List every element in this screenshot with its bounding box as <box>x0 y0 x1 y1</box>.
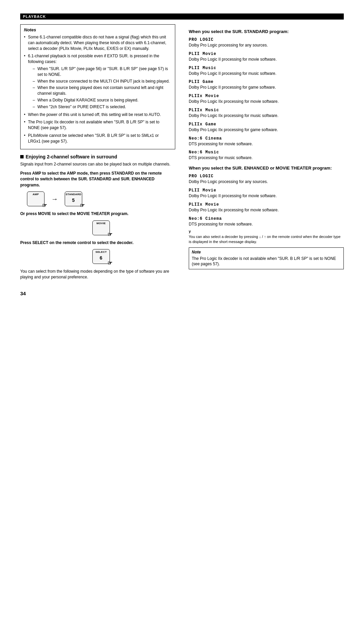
amp-button-diagram: AMP ☞ <box>27 191 44 206</box>
standard-programs-list: PRO LOGIC Dolby Pro Logic processing for… <box>189 37 344 161</box>
program-item-6: PLIIx Game Dolby Pro Logic IIx processin… <box>189 122 344 133</box>
movie-hand-icon: ☞ <box>108 231 113 238</box>
instruction-1: Press AMP to select the AMP mode, then p… <box>20 171 175 188</box>
square-bullet-icon <box>20 155 24 158</box>
eprogram-name-3: Neo:6 Cinema <box>189 216 344 221</box>
program-desc-7: DTS processing for movie software. <box>189 141 344 147</box>
program-name-3: PLII Game <box>189 80 344 84</box>
note-small-text: The Pro Logic IIx decoder is not availab… <box>192 256 341 267</box>
program-desc-1: Dolby Pro Logic II processing for movie … <box>189 57 344 62</box>
page-header: PLAYBACK <box>20 13 344 20</box>
instruction-2: Or press MOVIE to select the MOVIE THEAT… <box>20 211 175 217</box>
amp-btn-label: AMP <box>33 193 39 196</box>
section2-title: When you select the SUR. ENHANCED or MOV… <box>189 166 344 171</box>
notes-box: Notes Some 6.1-channel compatible discs … <box>20 24 175 149</box>
main-content: Notes Some 6.1-channel compatible discs … <box>20 24 344 296</box>
select-btn-label: SELECT <box>95 250 107 253</box>
sub-item-5: When "2ch Stereo" or PURE DIRECT is sele… <box>33 104 172 110</box>
select-button-diagram: SELECT 6 ☞ <box>27 249 175 264</box>
program-desc-0: Dolby Pro Logic processing for any sourc… <box>189 42 344 48</box>
movie-btn-label: MOVIE <box>96 222 105 225</box>
arrow-icon: → <box>51 195 58 203</box>
amp-btn-shape: AMP ☞ <box>27 191 44 206</box>
note-item-1: Some 6.1-channel compatible discs do not… <box>24 34 172 51</box>
eprogram-item-0: PRO LOGIC Dolby Pro Logic processing for… <box>189 174 344 185</box>
program-item-4: PLIIx Movie Dolby Pro Logic IIx processi… <box>189 94 344 104</box>
program-item-8: Neo:6 Music DTS processing for music sof… <box>189 150 344 161</box>
eprogram-desc-1: Dolby Pro Logic II processing for movie … <box>189 193 344 199</box>
movie-btn-shape: MOVIE ☞ <box>92 220 110 235</box>
italic-note: y You can also select a decoder by press… <box>189 229 344 244</box>
sub-item-4: When a Dolby Digital KARAOKE source is b… <box>33 97 172 103</box>
footer-text: You can select from the following modes … <box>20 269 175 280</box>
sub-item-1: When "SUR. L/R SP" (see page 56) or "SUR… <box>33 66 172 78</box>
button-diagram-1: AMP ☞ → STANDARD 5 ☞ <box>27 191 175 206</box>
eprogram-name-2: PLIIx Movie <box>189 202 344 207</box>
eprogram-item-1: PLII Movie Dolby Pro Logic II processing… <box>189 188 344 199</box>
page-number: 34 <box>20 291 175 296</box>
eprogram-item-3: Neo:6 Cinema DTS processing for movie so… <box>189 216 344 227</box>
program-item-0: PRO LOGIC Dolby Pro Logic processing for… <box>189 37 344 48</box>
eprogram-name-1: PLII Movie <box>189 188 344 193</box>
header-label: PLAYBACK <box>23 14 46 19</box>
left-column: Notes Some 6.1-channel compatible discs … <box>20 24 175 296</box>
program-item-7: Neo:6 Cinema DTS processing for movie so… <box>189 136 344 147</box>
program-name-8: Neo:6 Music <box>189 150 344 155</box>
note-small-box: Note The Pro Logic IIx decoder is not av… <box>189 247 344 270</box>
program-desc-3: Dolby Pro Logic II processing for game s… <box>189 85 344 90</box>
eprogram-name-0: PRO LOGIC <box>189 174 344 179</box>
eprogram-desc-0: Dolby Pro Logic processing for any sourc… <box>189 179 344 185</box>
note-item-2: 6.1-channel playback is not possible eve… <box>24 53 172 110</box>
program-item-5: PLIIx Music Dolby Pro Logic IIx processi… <box>189 108 344 119</box>
section-body: Signals input from 2-channel sources can… <box>20 161 175 167</box>
program-item-1: PLII Movie Dolby Pro Logic II processing… <box>189 52 344 62</box>
select-hand-icon: ☞ <box>108 260 113 266</box>
sub-item-2: When the source connected to the MULTI C… <box>33 79 172 84</box>
program-desc-2: Dolby Pro Logic II processing for music … <box>189 71 344 77</box>
note-item-5: PLIIxMovie cannot be selected when "SUR.… <box>24 133 172 144</box>
enhanced-programs-list: PRO LOGIC Dolby Pro Logic processing for… <box>189 174 344 227</box>
note-small-title: Note <box>192 250 341 254</box>
standard-btn-shape: STANDARD 5 ☞ <box>65 191 82 206</box>
note-item-4: The Pro Logic IIx decoder is not availab… <box>24 119 172 131</box>
program-name-2: PLII Music <box>189 66 344 70</box>
program-item-2: PLII Music Dolby Pro Logic II processing… <box>189 66 344 77</box>
section1-title: When you select the SUR. STANDARD progra… <box>189 29 344 34</box>
program-name-7: Neo:6 Cinema <box>189 136 344 141</box>
eprogram-item-2: PLIIx Movie Dolby Pro Logic IIx processi… <box>189 202 344 213</box>
program-desc-5: Dolby Pro Logic IIx processing for music… <box>189 113 344 119</box>
eprogram-desc-2: Dolby Pro Logic IIx processing for movie… <box>189 207 344 213</box>
notes-list: Some 6.1-channel compatible discs do not… <box>24 34 172 144</box>
program-name-6: PLIIx Game <box>189 122 344 127</box>
standard-hand-icon: ☞ <box>80 202 85 209</box>
right-column: When you select the SUR. STANDARD progra… <box>189 24 344 296</box>
program-name-1: PLII Movie <box>189 52 344 56</box>
select-btn-shape: SELECT 6 ☞ <box>92 249 110 264</box>
button-diagram-3: SELECT 6 ☞ <box>27 249 175 264</box>
button-diagram-2: MOVIE ☞ <box>27 220 175 235</box>
movie-button-diagram: MOVIE ☞ <box>27 220 175 235</box>
sub-list: When "SUR. L/R SP" (see page 56) or "SUR… <box>28 66 172 110</box>
section-heading: Enjoying 2-channel software in surround <box>20 154 175 159</box>
program-name-4: PLIIx Movie <box>189 94 344 98</box>
sub-item-3: When the source being played does not co… <box>33 85 172 96</box>
section-heading-text: Enjoying 2-channel software in surround <box>26 154 117 159</box>
select-btn-number: 6 <box>100 255 102 261</box>
standard-button-diagram: STANDARD 5 ☞ <box>65 191 82 206</box>
program-desc-6: Dolby Pro Logic IIx processing for game … <box>189 127 344 133</box>
amp-hand-icon: ☞ <box>42 202 47 209</box>
note-item-3: When the power of this unit is turned of… <box>24 112 172 118</box>
instruction-3: Press SELECT on the remote control to se… <box>20 240 175 246</box>
program-item-3: PLII Game Dolby Pro Logic II processing … <box>189 80 344 90</box>
program-desc-4: Dolby Pro Logic IIx processing for movie… <box>189 99 344 104</box>
program-name-5: PLIIx Music <box>189 108 344 113</box>
eprogram-desc-3: DTS processing for movie software. <box>189 221 344 227</box>
standard-btn-number: 5 <box>72 198 75 203</box>
program-desc-8: DTS processing for music software. <box>189 155 344 161</box>
program-name-0: PRO LOGIC <box>189 37 344 42</box>
notes-title: Notes <box>24 27 172 32</box>
standard-btn-label: STANDARD <box>66 193 82 196</box>
